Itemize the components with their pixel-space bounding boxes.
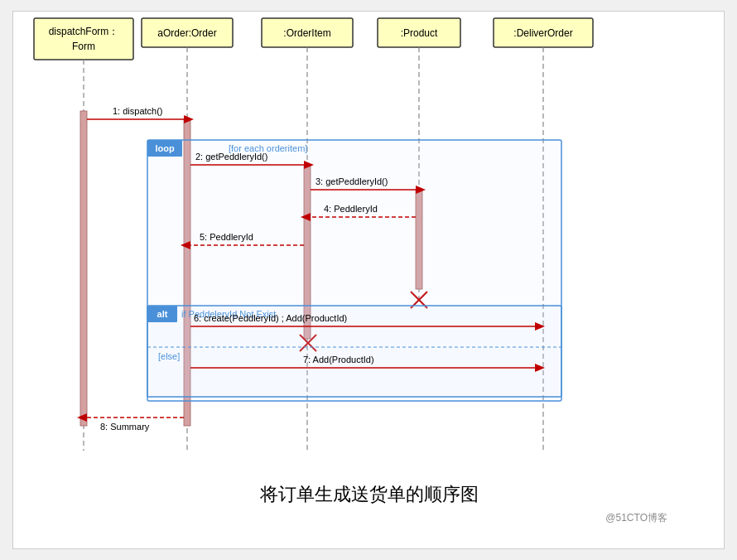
actor-dispatchForm — [34, 18, 133, 60]
sequence-diagram: dispatchForm： Form aOrder:Order :OrderIt… — [13, 12, 724, 548]
actor-orderItem-label: :OrderItem — [283, 27, 330, 39]
msg1-label: 1: dispatch() — [113, 106, 163, 116]
svg-text:Form: Form — [72, 41, 95, 52]
watermark: @51CTO博客 — [605, 512, 667, 524]
msg7-label: 7: Add(ProductId) — [303, 355, 374, 364]
msg6-label: 6: create(PeddleryId) ; Add(ProductId) — [194, 313, 347, 323]
diagram-container: dispatchForm： Form aOrder:Order :OrderIt… — [12, 11, 725, 549]
msg8-label: 8: Summary — [100, 422, 150, 432]
diagram-title: 将订单生成送货单的顺序图 — [259, 484, 479, 504]
actor-product-label: :Product — [401, 27, 438, 39]
msg4-label: 4: PeddleryId — [324, 204, 378, 214]
activation-dispatchForm — [80, 111, 87, 426]
msg3-label: 3: getPeddleryId() — [316, 176, 388, 186]
actor-aOrder-label: aOrder:Order — [157, 27, 216, 39]
actor-dispatchForm-label: dispatchForm： — [49, 26, 119, 37]
loop-label: loop — [155, 143, 174, 153]
msg2-label: 2: getPeddleryId() — [195, 152, 267, 162]
alt-label: alt — [157, 309, 168, 319]
msg5-label: 5: PeddleryId — [200, 232, 253, 242]
alt-else-label: [else] — [158, 351, 180, 361]
actor-deliverOrder-label: :DeliverOrder — [513, 27, 572, 39]
